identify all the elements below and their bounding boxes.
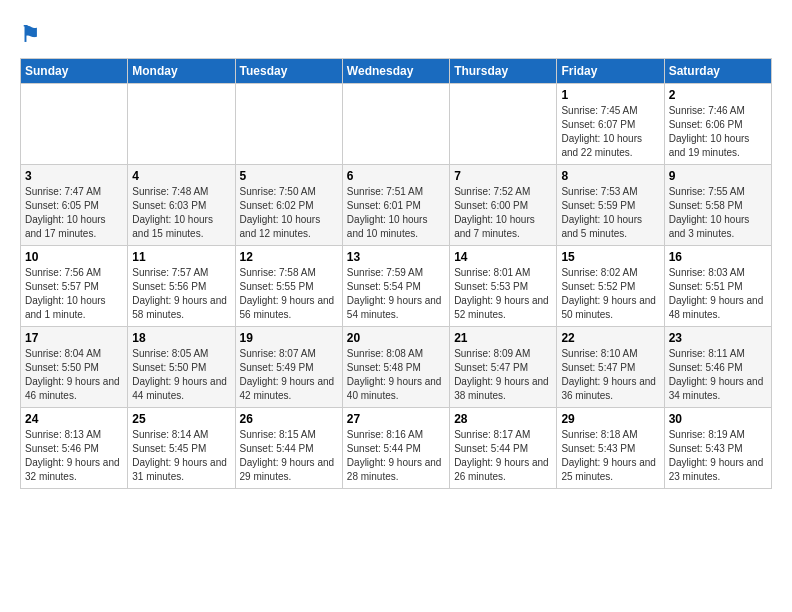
calendar-cell — [128, 84, 235, 165]
calendar-cell: 28Sunrise: 8:17 AM Sunset: 5:44 PM Dayli… — [450, 408, 557, 489]
day-number: 15 — [561, 250, 659, 264]
day-number: 4 — [132, 169, 230, 183]
calendar-cell: 10Sunrise: 7:56 AM Sunset: 5:57 PM Dayli… — [21, 246, 128, 327]
calendar-week-2: 3Sunrise: 7:47 AM Sunset: 6:05 PM Daylig… — [21, 165, 772, 246]
calendar-week-1: 1Sunrise: 7:45 AM Sunset: 6:07 PM Daylig… — [21, 84, 772, 165]
day-number: 11 — [132, 250, 230, 264]
weekday-header-monday: Monday — [128, 59, 235, 84]
day-info: Sunrise: 8:16 AM Sunset: 5:44 PM Dayligh… — [347, 428, 445, 484]
day-info: Sunrise: 7:48 AM Sunset: 6:03 PM Dayligh… — [132, 185, 230, 241]
day-number: 5 — [240, 169, 338, 183]
calendar-cell: 26Sunrise: 8:15 AM Sunset: 5:44 PM Dayli… — [235, 408, 342, 489]
weekday-header-friday: Friday — [557, 59, 664, 84]
day-number: 18 — [132, 331, 230, 345]
day-info: Sunrise: 7:56 AM Sunset: 5:57 PM Dayligh… — [25, 266, 123, 322]
calendar-week-4: 17Sunrise: 8:04 AM Sunset: 5:50 PM Dayli… — [21, 327, 772, 408]
calendar-cell: 27Sunrise: 8:16 AM Sunset: 5:44 PM Dayli… — [342, 408, 449, 489]
day-info: Sunrise: 8:03 AM Sunset: 5:51 PM Dayligh… — [669, 266, 767, 322]
day-number: 19 — [240, 331, 338, 345]
day-info: Sunrise: 8:18 AM Sunset: 5:43 PM Dayligh… — [561, 428, 659, 484]
day-info: Sunrise: 8:07 AM Sunset: 5:49 PM Dayligh… — [240, 347, 338, 403]
svg-text:⚑: ⚑ — [20, 22, 40, 47]
day-number: 22 — [561, 331, 659, 345]
day-number: 3 — [25, 169, 123, 183]
day-number: 21 — [454, 331, 552, 345]
day-number: 6 — [347, 169, 445, 183]
calendar-cell: 17Sunrise: 8:04 AM Sunset: 5:50 PM Dayli… — [21, 327, 128, 408]
day-number: 7 — [454, 169, 552, 183]
day-info: Sunrise: 8:04 AM Sunset: 5:50 PM Dayligh… — [25, 347, 123, 403]
calendar-cell: 18Sunrise: 8:05 AM Sunset: 5:50 PM Dayli… — [128, 327, 235, 408]
day-number: 17 — [25, 331, 123, 345]
calendar-cell: 22Sunrise: 8:10 AM Sunset: 5:47 PM Dayli… — [557, 327, 664, 408]
calendar-cell: 8Sunrise: 7:53 AM Sunset: 5:59 PM Daylig… — [557, 165, 664, 246]
page-header: ⚑ — [20, 20, 772, 50]
calendar-cell: 29Sunrise: 8:18 AM Sunset: 5:43 PM Dayli… — [557, 408, 664, 489]
day-number: 25 — [132, 412, 230, 426]
calendar-cell — [450, 84, 557, 165]
day-info: Sunrise: 8:10 AM Sunset: 5:47 PM Dayligh… — [561, 347, 659, 403]
calendar-cell: 15Sunrise: 8:02 AM Sunset: 5:52 PM Dayli… — [557, 246, 664, 327]
calendar-cell: 24Sunrise: 8:13 AM Sunset: 5:46 PM Dayli… — [21, 408, 128, 489]
day-number: 12 — [240, 250, 338, 264]
day-number: 8 — [561, 169, 659, 183]
day-number: 14 — [454, 250, 552, 264]
calendar-cell: 14Sunrise: 8:01 AM Sunset: 5:53 PM Dayli… — [450, 246, 557, 327]
day-info: Sunrise: 7:53 AM Sunset: 5:59 PM Dayligh… — [561, 185, 659, 241]
weekday-header-saturday: Saturday — [664, 59, 771, 84]
day-number: 10 — [25, 250, 123, 264]
day-info: Sunrise: 7:50 AM Sunset: 6:02 PM Dayligh… — [240, 185, 338, 241]
calendar-cell — [21, 84, 128, 165]
calendar-cell: 20Sunrise: 8:08 AM Sunset: 5:48 PM Dayli… — [342, 327, 449, 408]
logo: ⚑ — [20, 20, 54, 50]
day-number: 30 — [669, 412, 767, 426]
calendar-cell: 21Sunrise: 8:09 AM Sunset: 5:47 PM Dayli… — [450, 327, 557, 408]
day-info: Sunrise: 8:09 AM Sunset: 5:47 PM Dayligh… — [454, 347, 552, 403]
day-number: 27 — [347, 412, 445, 426]
day-number: 9 — [669, 169, 767, 183]
day-number: 23 — [669, 331, 767, 345]
calendar-cell: 7Sunrise: 7:52 AM Sunset: 6:00 PM Daylig… — [450, 165, 557, 246]
day-number: 28 — [454, 412, 552, 426]
day-number: 29 — [561, 412, 659, 426]
day-info: Sunrise: 8:05 AM Sunset: 5:50 PM Dayligh… — [132, 347, 230, 403]
day-number: 24 — [25, 412, 123, 426]
day-number: 16 — [669, 250, 767, 264]
weekday-header-row: SundayMondayTuesdayWednesdayThursdayFrid… — [21, 59, 772, 84]
weekday-header-tuesday: Tuesday — [235, 59, 342, 84]
day-info: Sunrise: 7:45 AM Sunset: 6:07 PM Dayligh… — [561, 104, 659, 160]
calendar-cell: 2Sunrise: 7:46 AM Sunset: 6:06 PM Daylig… — [664, 84, 771, 165]
day-info: Sunrise: 8:19 AM Sunset: 5:43 PM Dayligh… — [669, 428, 767, 484]
day-info: Sunrise: 8:01 AM Sunset: 5:53 PM Dayligh… — [454, 266, 552, 322]
calendar-cell: 1Sunrise: 7:45 AM Sunset: 6:07 PM Daylig… — [557, 84, 664, 165]
calendar-table: SundayMondayTuesdayWednesdayThursdayFrid… — [20, 58, 772, 489]
day-info: Sunrise: 8:02 AM Sunset: 5:52 PM Dayligh… — [561, 266, 659, 322]
calendar-cell: 11Sunrise: 7:57 AM Sunset: 5:56 PM Dayli… — [128, 246, 235, 327]
calendar-cell: 25Sunrise: 8:14 AM Sunset: 5:45 PM Dayli… — [128, 408, 235, 489]
day-info: Sunrise: 7:57 AM Sunset: 5:56 PM Dayligh… — [132, 266, 230, 322]
calendar-cell: 6Sunrise: 7:51 AM Sunset: 6:01 PM Daylig… — [342, 165, 449, 246]
day-info: Sunrise: 7:51 AM Sunset: 6:01 PM Dayligh… — [347, 185, 445, 241]
day-info: Sunrise: 7:47 AM Sunset: 6:05 PM Dayligh… — [25, 185, 123, 241]
calendar-cell: 4Sunrise: 7:48 AM Sunset: 6:03 PM Daylig… — [128, 165, 235, 246]
day-number: 1 — [561, 88, 659, 102]
day-info: Sunrise: 8:13 AM Sunset: 5:46 PM Dayligh… — [25, 428, 123, 484]
day-info: Sunrise: 7:58 AM Sunset: 5:55 PM Dayligh… — [240, 266, 338, 322]
day-info: Sunrise: 8:08 AM Sunset: 5:48 PM Dayligh… — [347, 347, 445, 403]
calendar-cell: 3Sunrise: 7:47 AM Sunset: 6:05 PM Daylig… — [21, 165, 128, 246]
day-info: Sunrise: 7:52 AM Sunset: 6:00 PM Dayligh… — [454, 185, 552, 241]
day-number: 26 — [240, 412, 338, 426]
weekday-header-sunday: Sunday — [21, 59, 128, 84]
calendar-cell: 9Sunrise: 7:55 AM Sunset: 5:58 PM Daylig… — [664, 165, 771, 246]
logo-icon: ⚑ — [20, 20, 50, 50]
calendar-week-3: 10Sunrise: 7:56 AM Sunset: 5:57 PM Dayli… — [21, 246, 772, 327]
weekday-header-wednesday: Wednesday — [342, 59, 449, 84]
calendar-cell: 16Sunrise: 8:03 AM Sunset: 5:51 PM Dayli… — [664, 246, 771, 327]
day-info: Sunrise: 8:15 AM Sunset: 5:44 PM Dayligh… — [240, 428, 338, 484]
calendar-cell: 23Sunrise: 8:11 AM Sunset: 5:46 PM Dayli… — [664, 327, 771, 408]
day-number: 20 — [347, 331, 445, 345]
day-info: Sunrise: 8:17 AM Sunset: 5:44 PM Dayligh… — [454, 428, 552, 484]
day-number: 13 — [347, 250, 445, 264]
day-info: Sunrise: 7:59 AM Sunset: 5:54 PM Dayligh… — [347, 266, 445, 322]
calendar-cell: 13Sunrise: 7:59 AM Sunset: 5:54 PM Dayli… — [342, 246, 449, 327]
